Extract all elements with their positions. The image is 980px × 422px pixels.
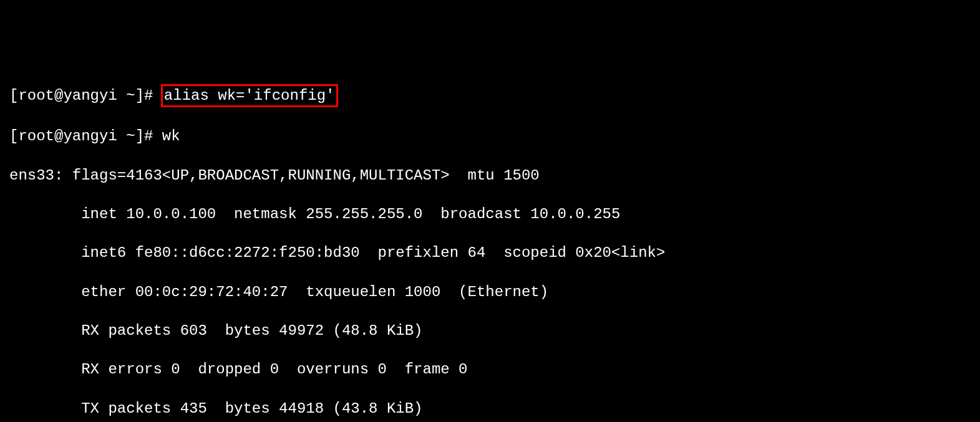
terminal-line-1: [root@yangyi ~]# alias wk='ifconfig' [9, 84, 971, 107]
ens33-header: ens33: flags=4163<UP,BROADCAST,RUNNING,M… [9, 166, 971, 185]
ens33-rx-packets: RX packets 603 bytes 49972 (48.8 KiB) [9, 321, 971, 340]
wk-command: wk [162, 128, 180, 145]
ens33-inet6: inet6 fe80::d6cc:2272:f250:bd30 prefixle… [9, 243, 971, 262]
ens33-ether: ether 00:0c:29:72:40:27 txqueuelen 1000 … [9, 282, 971, 302]
alias-command-text: alias wk='ifconfig' [164, 87, 335, 104]
highlighted-command: alias wk='ifconfig' [161, 84, 338, 107]
terminal-line-2: [root@yangyi ~]# wk [9, 127, 971, 146]
shell-prompt: [root@yangyi ~]# [9, 87, 162, 104]
ens33-rx-errors: RX errors 0 dropped 0 overruns 0 frame 0 [9, 360, 971, 379]
ens33-inet: inet 10.0.0.100 netmask 255.255.255.0 br… [9, 204, 971, 224]
shell-prompt: [root@yangyi ~]# [9, 128, 162, 145]
ens33-tx-packets: TX packets 435 bytes 44918 (43.8 KiB) [9, 399, 971, 418]
